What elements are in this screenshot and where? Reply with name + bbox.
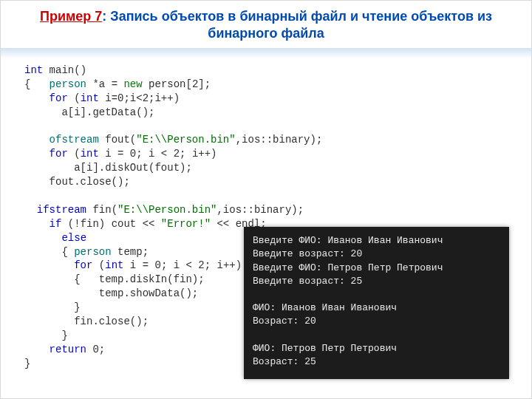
kw-for: for: [50, 92, 68, 104]
string-literal: "E:\\Person.bin": [117, 204, 216, 216]
slide-title: Пример 7: Запись объектов в бинарный фай…: [1, 1, 531, 46]
console-output: Введите ФИО: Иванов Иван Иванович Введит…: [244, 227, 509, 379]
console-line: Возраст: 20: [253, 316, 316, 327]
string-literal: "E:\\Person.bin": [136, 134, 235, 146]
console-line: Возраст: 25: [253, 356, 316, 367]
kw-else: else: [61, 232, 86, 244]
kw-if: if: [50, 218, 62, 230]
type-ofstream: ofstream: [50, 134, 99, 146]
type-ifstream: ifstream: [37, 204, 86, 216]
kw-for: for: [50, 148, 68, 160]
kw-return: return: [50, 344, 86, 355]
kw-new: new: [123, 78, 142, 90]
title-text: Запись объектов в бинарный файл и чтение…: [106, 9, 492, 41]
console-line: Введите ФИО: Иванов Иван Иванович: [253, 235, 443, 246]
kw-int: int: [81, 148, 99, 160]
title-divider: [1, 48, 531, 58]
console-line: ФИО: Петров Петр Петрович: [253, 343, 397, 354]
kw-int: int: [81, 92, 99, 104]
console-line: Введите ФИО: Петров Петр Петрович: [253, 262, 443, 273]
title-example-number: Пример 7: [40, 9, 102, 24]
console-line: Введите возраст: 20: [253, 248, 362, 259]
type-person: person: [50, 78, 86, 90]
type-person: person: [74, 246, 111, 258]
console-line: ФИО: Иванов Иван Иванович: [253, 302, 397, 313]
kw-for: for: [74, 259, 92, 271]
kw-int: int: [105, 259, 123, 271]
slide: Пример 7: Запись объектов в бинарный фай…: [0, 0, 532, 399]
string-literal: "Error!": [161, 218, 211, 230]
console-line: Введите возраст: 25: [253, 276, 362, 287]
kw-int: int: [24, 64, 43, 76]
